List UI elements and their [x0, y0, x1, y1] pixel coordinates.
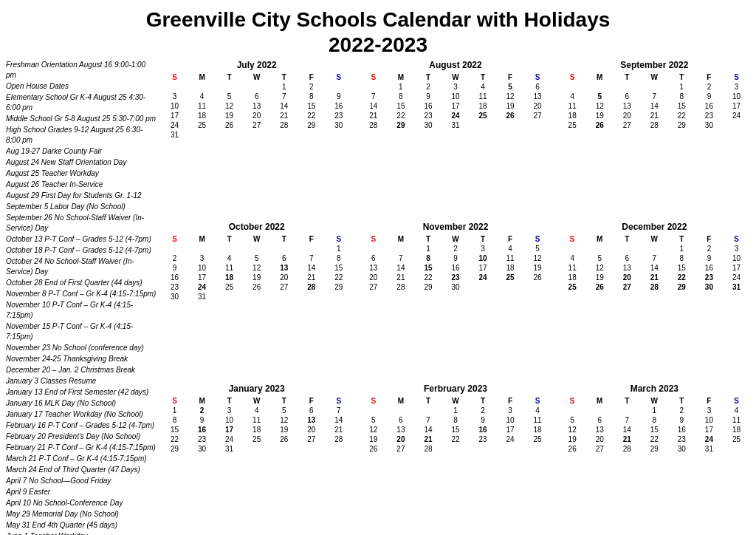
calendar-day: 23	[695, 111, 723, 120]
calendar-day-header: S	[723, 396, 750, 406]
calendar-day-header: M	[188, 396, 216, 406]
calendar-day: 8	[441, 415, 469, 425]
calendar-day: 7	[641, 253, 668, 263]
calendar-day	[723, 120, 750, 130]
calendar-day: 11	[497, 253, 524, 263]
calendar-day-header: F	[298, 234, 325, 244]
calendar-day: 14	[641, 101, 668, 111]
calendar-day: 10	[695, 415, 723, 425]
calendar-title: October 2022	[161, 222, 352, 232]
calendar-day: 2	[668, 406, 695, 415]
calendar-day-header: T	[470, 72, 497, 82]
calendar-day: 26	[360, 444, 387, 454]
calendar: September 2022SMTWTFS1234567891011121314…	[559, 60, 750, 217]
calendar-day: 1	[641, 406, 668, 415]
calendar-day: 13	[243, 101, 270, 111]
calendar-day: 28	[641, 120, 668, 130]
calendar-day: 22	[668, 111, 695, 120]
calendar-day: 16	[325, 101, 352, 111]
calendar-day: 8	[298, 92, 325, 101]
calendar-day: 28	[614, 444, 641, 454]
calendar-day: 2	[695, 82, 723, 92]
calendar-day: 6	[270, 253, 298, 263]
calendar-day	[559, 406, 586, 415]
header: Greenville City Schools Calendar with Ho…	[0, 0, 756, 60]
calendar-day: 17	[188, 273, 216, 282]
calendar-day: 5	[559, 415, 586, 425]
calendar-day: 11	[559, 263, 586, 273]
calendar-day: 26	[586, 120, 614, 130]
calendar-day	[161, 82, 188, 92]
calendar-day: 26	[216, 120, 243, 130]
calendar-day-header: W	[441, 234, 469, 244]
calendar-day: 18	[559, 273, 586, 282]
calendar-day: 2	[298, 82, 325, 92]
calendar-day-header: S	[524, 396, 551, 406]
note-item: November 15 P-T Conf – Gr K-4 (4:15-7:15…	[6, 321, 157, 342]
calendar-day-header: T	[470, 234, 497, 244]
calendar-day: 19	[586, 273, 614, 282]
calendar-day: 11	[524, 415, 551, 425]
calendar-day: 31	[161, 130, 188, 140]
calendar: March 2023SMTWTFS12345678910111213141516…	[559, 384, 750, 531]
calendar-title: Ferbruary 2023	[360, 384, 551, 394]
calendar-day-header: M	[188, 234, 216, 244]
calendar-day: 30	[161, 292, 188, 301]
calendar-day-header: T	[414, 234, 441, 244]
calendar-day: 4	[559, 253, 586, 263]
calendar-day	[524, 120, 551, 130]
note-item: November 23 No School (conference day)	[6, 343, 157, 353]
calendar-day-header: S	[559, 234, 586, 244]
calendar-table: SMTWTFS123456789101112131415161718192021…	[360, 396, 551, 454]
calendar-day	[586, 244, 614, 253]
calendar-title: November 2022	[360, 222, 551, 232]
calendar-day	[325, 292, 352, 301]
calendar-day: 25	[559, 120, 586, 130]
calendar-day: 23	[188, 435, 216, 444]
calendar-day: 19	[216, 111, 243, 120]
calendar-day	[497, 444, 524, 454]
calendar-day	[325, 130, 352, 140]
calendar-day: 2	[470, 406, 497, 415]
calendar-day: 27	[298, 435, 325, 444]
calendar-day-header: T	[614, 72, 641, 82]
calendar-day-header: T	[668, 396, 695, 406]
calendar-day	[524, 282, 551, 292]
notes-container: Freshman Orientation August 16 9:00-1:00…	[6, 60, 157, 535]
calendar-day: 28	[387, 282, 414, 292]
calendar-day: 17	[695, 425, 723, 435]
calendar-day: 11	[559, 101, 586, 111]
note-item: January 17 Teacher Workday (No School)	[6, 409, 157, 420]
calendar-day-header: S	[360, 72, 387, 82]
calendar-day: 14	[387, 263, 414, 273]
calendar-day: 23	[441, 273, 469, 282]
calendar-day: 10	[441, 92, 469, 101]
calendar-day-header: S	[559, 396, 586, 406]
calendar-table: SMTWTFS123456789101112131415161718192021…	[161, 72, 352, 140]
calendar-day: 1	[161, 406, 188, 415]
calendar-day	[188, 130, 216, 140]
calendar-day: 29	[325, 282, 352, 292]
calendar-day: 30	[668, 444, 695, 454]
calendar-day-header: T	[614, 396, 641, 406]
calendar-day-header: T	[414, 72, 441, 82]
calendar-day: 25	[243, 435, 270, 444]
calendar-day	[586, 406, 614, 415]
calendar-day	[161, 244, 188, 253]
calendar-day: 4	[243, 406, 270, 415]
calendars-area: July 2022SMTWTFS123456789101112131415161…	[161, 60, 750, 535]
calendar-day: 6	[360, 253, 387, 263]
calendar-day	[325, 82, 352, 92]
calendar-day: 3	[723, 82, 750, 92]
calendar-day: 23	[161, 282, 188, 292]
calendar-day	[270, 444, 298, 454]
calendar-day: 24	[497, 435, 524, 444]
calendar-day-header: M	[387, 72, 414, 82]
calendar-day-header: F	[497, 72, 524, 82]
calendar-day: 15	[641, 425, 668, 435]
note-item: March 24 End of Third Quarter (47 Days)	[6, 465, 157, 475]
calendar-day	[243, 244, 270, 253]
calendar-day-header: S	[325, 396, 352, 406]
note-item: January 16 MLK Day (No School)	[6, 398, 157, 409]
calendar-day: 15	[668, 263, 695, 273]
